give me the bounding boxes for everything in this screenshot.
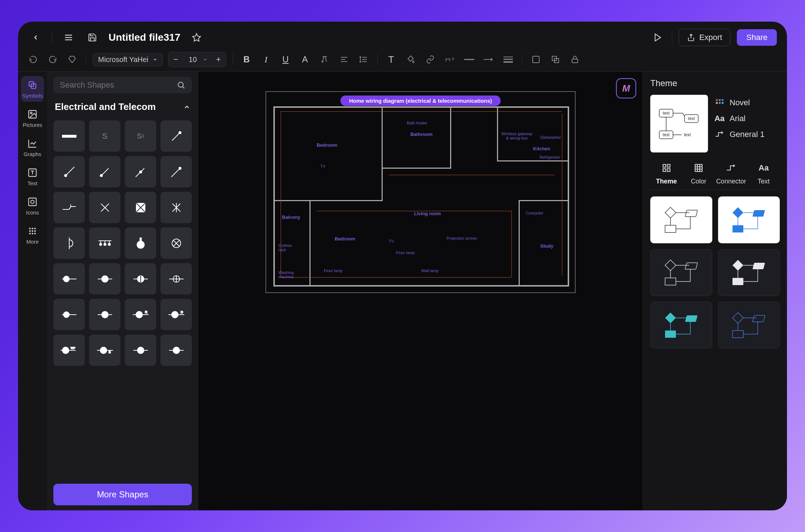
shape-light-1[interactable] bbox=[53, 263, 85, 294]
tab-theme[interactable]: Theme bbox=[650, 159, 682, 187]
tab-connector[interactable]: Connector bbox=[715, 159, 748, 187]
font-family-select[interactable]: Microsoft YaHei bbox=[93, 53, 163, 66]
connector-style-button[interactable] bbox=[443, 52, 457, 67]
shape-arc[interactable] bbox=[53, 227, 85, 259]
shape-outline-button[interactable] bbox=[529, 52, 543, 67]
shape-node-3[interactable] bbox=[89, 156, 120, 187]
tab-text[interactable]: Aa Text bbox=[748, 159, 780, 187]
theme-preset-2[interactable] bbox=[718, 196, 780, 243]
file-title[interactable]: Untitled file317 bbox=[109, 32, 180, 43]
svg-rect-0 bbox=[503, 57, 513, 57]
theme-preview-card[interactable]: text text text text bbox=[650, 95, 708, 152]
theme-preset-1[interactable] bbox=[650, 196, 712, 243]
shape-light-3[interactable] bbox=[125, 263, 156, 294]
save-button[interactable] bbox=[85, 30, 100, 45]
play-button[interactable] bbox=[650, 30, 665, 45]
shape-light-s[interactable]: S bbox=[89, 334, 120, 366]
shape-node-5[interactable] bbox=[160, 156, 192, 187]
italic-button[interactable]: I bbox=[259, 52, 273, 67]
align-button[interactable] bbox=[337, 52, 351, 67]
shape-grid: S S3 R bbox=[53, 120, 192, 366]
annot-wall-lamp: Wall lamp bbox=[421, 269, 439, 273]
clear-format-button[interactable] bbox=[317, 52, 332, 67]
line-style-button[interactable] bbox=[462, 52, 476, 67]
favorite-button[interactable] bbox=[189, 30, 204, 45]
shape-wall[interactable] bbox=[53, 120, 85, 152]
wire bbox=[281, 277, 511, 278]
shape-light-7[interactable] bbox=[125, 334, 156, 366]
lock-button[interactable] bbox=[568, 52, 582, 67]
shape-light-4[interactable] bbox=[160, 263, 192, 294]
rail-icons[interactable]: Icons bbox=[21, 193, 44, 218]
shape-light-wp[interactable]: WP bbox=[53, 334, 85, 366]
theme-preset-4[interactable] bbox=[718, 249, 780, 296]
back-button[interactable] bbox=[28, 30, 43, 45]
fill-button[interactable] bbox=[404, 52, 418, 67]
shape-bulb[interactable] bbox=[125, 227, 156, 259]
share-button[interactable]: Share bbox=[737, 29, 777, 46]
annot-tv-2: TV bbox=[389, 239, 394, 243]
line-height-button[interactable] bbox=[356, 52, 371, 67]
shape-light-8[interactable] bbox=[160, 334, 192, 366]
theme-preset-5[interactable] bbox=[650, 302, 712, 349]
search-shapes[interactable] bbox=[53, 77, 192, 93]
svg-text:D: D bbox=[181, 310, 183, 314]
text-tool-button[interactable]: T bbox=[384, 52, 399, 67]
shape-light-d[interactable]: D bbox=[160, 299, 192, 330]
link-button[interactable] bbox=[423, 52, 437, 67]
shape-light-2[interactable] bbox=[89, 263, 120, 294]
grid-icon bbox=[26, 225, 39, 237]
ai-badge[interactable]: M bbox=[616, 78, 636, 98]
svg-point-20 bbox=[29, 233, 31, 235]
rail-symbols[interactable]: Symbols bbox=[21, 76, 44, 102]
arrow-style-button[interactable] bbox=[481, 52, 496, 67]
shape-switch-s3[interactable]: S3 bbox=[125, 120, 156, 152]
shape-outlet-x[interactable] bbox=[160, 227, 192, 259]
redo-button[interactable] bbox=[45, 52, 60, 67]
font-color-button[interactable]: A bbox=[298, 52, 312, 67]
shape-cross-1[interactable] bbox=[89, 192, 120, 223]
shape-node-1[interactable] bbox=[160, 120, 192, 152]
floorplan-diagram[interactable]: Home wiring diagram (electrical & teleco… bbox=[265, 91, 576, 293]
rail-text[interactable]: Text bbox=[21, 164, 44, 189]
rail-pictures[interactable]: Pictures bbox=[21, 105, 44, 131]
format-painter-button[interactable] bbox=[65, 52, 79, 67]
tab-color[interactable]: Color bbox=[682, 159, 714, 187]
rail-graphs[interactable]: Graphs bbox=[21, 134, 44, 160]
shape-lights-row[interactable] bbox=[89, 227, 120, 259]
font-size-dropdown[interactable] bbox=[203, 57, 211, 62]
shape-light-r[interactable]: R bbox=[125, 299, 156, 330]
shape-node-2[interactable] bbox=[53, 156, 85, 187]
undo-button[interactable] bbox=[26, 52, 40, 67]
rail-more[interactable]: More bbox=[21, 222, 44, 248]
shape-switch-s[interactable]: S bbox=[89, 120, 120, 152]
wire bbox=[389, 175, 555, 175]
underline-button[interactable]: U bbox=[278, 52, 293, 67]
font-size-increase[interactable]: + bbox=[211, 52, 226, 67]
wall bbox=[273, 285, 569, 287]
more-shapes-button[interactable]: More Shapes bbox=[53, 484, 192, 505]
svg-point-28 bbox=[64, 174, 67, 177]
svg-point-59 bbox=[63, 312, 69, 318]
shape-light-6[interactable] bbox=[89, 299, 120, 330]
shape-light-5[interactable] bbox=[53, 299, 85, 330]
canvas[interactable]: M Home wiring diagram (electrical & tele… bbox=[198, 72, 643, 510]
search-input[interactable] bbox=[60, 80, 177, 90]
font-size-decrease[interactable]: − bbox=[168, 52, 183, 67]
theme-preset-6[interactable] bbox=[718, 302, 780, 349]
svg-point-21 bbox=[32, 233, 34, 235]
group-button[interactable] bbox=[548, 52, 563, 67]
menu-button[interactable] bbox=[61, 30, 76, 45]
font-size-value[interactable]: 10 bbox=[183, 56, 202, 64]
theme-preset-3[interactable] bbox=[650, 249, 712, 296]
line-weight-button[interactable] bbox=[501, 52, 515, 67]
svg-point-19 bbox=[34, 230, 36, 232]
wall bbox=[519, 200, 569, 201]
shape-box-cross[interactable] bbox=[125, 192, 156, 223]
section-header[interactable]: Electrical and Telecom bbox=[53, 99, 192, 115]
shape-tap[interactable] bbox=[53, 192, 85, 223]
shape-node-4[interactable] bbox=[125, 156, 156, 187]
shape-cross-2[interactable] bbox=[160, 192, 192, 223]
bold-button[interactable]: B bbox=[239, 52, 254, 67]
export-button[interactable]: Export bbox=[679, 29, 731, 46]
